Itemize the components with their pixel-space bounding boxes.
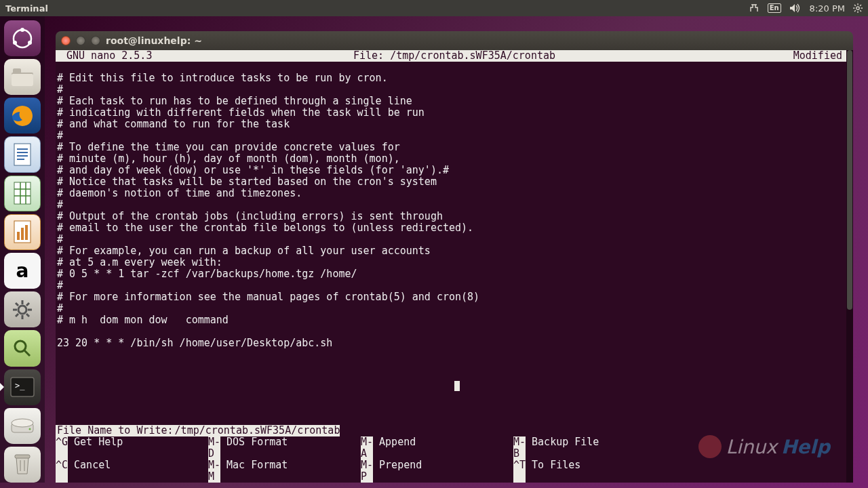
editor-line[interactable]: # email to the user the crontab file bel… bbox=[56, 222, 853, 234]
svg-point-31 bbox=[18, 306, 26, 314]
nano-shortcut: ^TTo Files bbox=[513, 460, 666, 483]
editor-line[interactable]: # at 5 a.m every week with: bbox=[56, 257, 853, 268]
svg-line-6 bbox=[860, 10, 861, 12]
svg-rect-29 bbox=[21, 228, 24, 240]
editor-line[interactable]: # Output of the crontab jobs (including … bbox=[56, 211, 853, 222]
editor-line[interactable]: # Each task to run has to be defined thr… bbox=[56, 96, 853, 107]
shortcut-label: DOS Format bbox=[220, 436, 288, 460]
editor-line[interactable]: # 0 5 * * 1 tar -zcf /var/backups/home.t… bbox=[56, 268, 853, 280]
shortcut-label: Cancel bbox=[68, 460, 111, 483]
editor-line[interactable]: # To define the time you can provide con… bbox=[56, 142, 853, 153]
editor-line[interactable]: # For more information see the manual pa… bbox=[56, 291, 853, 303]
svg-rect-22 bbox=[14, 182, 31, 204]
launcher-files[interactable] bbox=[4, 59, 41, 95]
launcher-trash[interactable] bbox=[4, 447, 41, 483]
shortcut-label: To Files bbox=[526, 460, 580, 483]
scrollbar-thumb[interactable] bbox=[847, 50, 852, 310]
launcher-dash[interactable] bbox=[4, 20, 41, 56]
network-icon[interactable] bbox=[749, 3, 760, 13]
editor-line[interactable]: # Notice that tasks will be started base… bbox=[56, 176, 853, 188]
launcher-amazon[interactable]: a bbox=[4, 253, 41, 289]
svg-line-37 bbox=[26, 314, 29, 317]
nano-shortcut: M-DDOS Format bbox=[208, 436, 361, 460]
svg-rect-17 bbox=[14, 144, 31, 165]
shortcut-label: Backup File bbox=[526, 436, 599, 460]
window-titlebar[interactable]: root@linuxhelp: ~ bbox=[56, 31, 853, 50]
editor-line[interactable]: # m h dom mon dow command bbox=[56, 314, 853, 326]
editor-line[interactable] bbox=[56, 326, 853, 338]
shortcut-key: M-D bbox=[208, 436, 220, 460]
nano-shortcut: M-BBackup File bbox=[513, 436, 666, 460]
svg-point-9 bbox=[14, 30, 31, 47]
keyboard-layout-indicator[interactable]: En bbox=[768, 3, 781, 13]
editor-line[interactable]: # daemon's notion of time and timezones. bbox=[56, 188, 853, 199]
terminal-window: root@linuxhelp: ~ GNU nano 2.5.3 File: /… bbox=[56, 31, 853, 483]
editor-line[interactable]: # bbox=[56, 199, 853, 211]
svg-line-7 bbox=[854, 10, 856, 12]
nano-shortcut-row-1: ^GGet HelpM-DDOS FormatM-AAppendM-BBacku… bbox=[56, 436, 848, 460]
launcher-impress[interactable] bbox=[4, 214, 41, 250]
editor-line[interactable]: # and what command to run for the task bbox=[56, 119, 853, 130]
editor-line[interactable]: # bbox=[56, 130, 853, 142]
nano-bottom-bar: File Name to Write: /tmp/crontab.sWF35A/… bbox=[56, 425, 848, 483]
nano-shortcut: M-MMac Format bbox=[208, 460, 361, 483]
clock[interactable]: 8:20 PM bbox=[810, 3, 845, 14]
window-maximize-button[interactable] bbox=[91, 36, 100, 45]
svg-rect-28 bbox=[17, 232, 20, 240]
editor-line[interactable]: # indicating with different fields when … bbox=[56, 107, 853, 119]
nano-editor-content[interactable]: # Edit this file to introduce tasks to b… bbox=[56, 62, 853, 349]
shortcut-label: Prepend bbox=[373, 460, 422, 483]
svg-point-11 bbox=[13, 41, 17, 45]
editor-line[interactable]: # Edit this file to introduce tasks to b… bbox=[56, 73, 853, 84]
svg-rect-15 bbox=[12, 74, 33, 86]
terminal-body[interactable]: GNU nano 2.5.3 File: /tmp/crontab.sWF35A… bbox=[56, 50, 853, 483]
gear-icon[interactable] bbox=[853, 3, 863, 13]
shortcut-key: M-M bbox=[208, 460, 220, 483]
svg-text:>_: >_ bbox=[15, 381, 25, 390]
editor-line[interactable]: # and day of week (dow) or use '*' in th… bbox=[56, 165, 853, 176]
shortcut-key: M-B bbox=[513, 436, 526, 460]
svg-rect-30 bbox=[25, 225, 28, 240]
volume-icon[interactable] bbox=[789, 3, 802, 13]
editor-line[interactable]: # For example, you can run a backup of a… bbox=[56, 245, 853, 257]
shortcut-key: M-A bbox=[361, 436, 373, 460]
nano-write-prompt-label: File Name to Write: bbox=[56, 425, 175, 436]
nano-shortcut-row-2: ^CCancelM-MMac FormatM-PPrepend^TTo File… bbox=[56, 460, 848, 483]
launcher-terminal[interactable]: >_ bbox=[4, 369, 41, 405]
terminal-scrollbar[interactable] bbox=[846, 50, 853, 483]
launcher-calc[interactable] bbox=[4, 176, 41, 211]
svg-point-10 bbox=[20, 28, 24, 32]
window-close-button[interactable] bbox=[61, 36, 71, 45]
editor-line[interactable]: # bbox=[56, 303, 853, 314]
svg-point-40 bbox=[15, 341, 26, 352]
system-tray: En 8:20 PM bbox=[749, 3, 863, 14]
shortcut-key: ^C bbox=[56, 460, 68, 483]
editor-line[interactable]: # bbox=[56, 84, 853, 96]
launcher-search-tool[interactable] bbox=[4, 330, 41, 366]
launcher-settings[interactable] bbox=[4, 291, 41, 327]
svg-line-8 bbox=[860, 5, 861, 6]
svg-line-36 bbox=[16, 303, 18, 306]
launcher-writer[interactable] bbox=[4, 136, 41, 172]
svg-point-12 bbox=[28, 41, 32, 45]
launcher-firefox[interactable] bbox=[4, 98, 41, 134]
nano-shortcut: M-AAppend bbox=[361, 436, 513, 460]
nano-status: Modified bbox=[793, 50, 842, 62]
editor-line[interactable]: # bbox=[56, 280, 853, 291]
svg-point-46 bbox=[29, 428, 31, 430]
nano-write-prompt: File Name to Write: /tmp/crontab.sWF35A/… bbox=[56, 425, 848, 436]
nano-header: GNU nano 2.5.3 File: /tmp/crontab.sWF35A… bbox=[56, 50, 853, 62]
launcher-disk[interactable] bbox=[4, 408, 41, 444]
window-minimize-button[interactable] bbox=[76, 36, 85, 45]
svg-rect-14 bbox=[13, 68, 21, 74]
shortcut-key: M-P bbox=[361, 460, 373, 483]
svg-line-39 bbox=[26, 303, 29, 306]
svg-point-0 bbox=[856, 7, 859, 9]
editor-line[interactable]: # minute (m), hour (h), day of month (do… bbox=[56, 153, 853, 165]
window-title: root@linuxhelp: ~ bbox=[106, 35, 202, 46]
nano-shortcut: ^CCancel bbox=[56, 460, 208, 483]
nano-write-prompt-value[interactable]: /tmp/crontab.sWF35A/crontab bbox=[175, 425, 340, 436]
editor-line[interactable]: 23 20 * * * /bin/sh /home/user/Desktop/a… bbox=[56, 338, 853, 349]
editor-line[interactable]: # bbox=[56, 234, 853, 245]
nano-version: GNU nano 2.5.3 bbox=[66, 50, 152, 62]
